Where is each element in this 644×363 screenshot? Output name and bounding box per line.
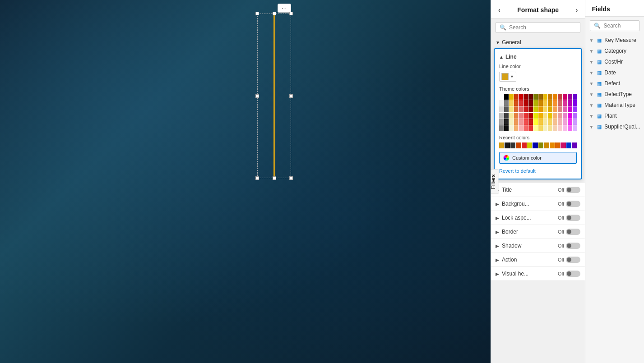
theme-color-cell[interactable]	[499, 94, 504, 100]
theme-color-cell[interactable]	[533, 106, 538, 112]
theme-color-cell[interactable]	[519, 100, 523, 106]
theme-color-cell[interactable]	[524, 113, 528, 119]
theme-color-cell[interactable]	[509, 119, 514, 125]
property-row[interactable]: ▶ Visual he... Off	[491, 267, 585, 281]
theme-color-cell[interactable]	[558, 94, 562, 100]
toggle-track[interactable]	[566, 187, 580, 193]
theme-color-cell[interactable]	[509, 106, 514, 112]
theme-color-cell[interactable]	[548, 119, 552, 125]
theme-color-cell[interactable]	[524, 94, 528, 100]
recent-color-cell[interactable]	[533, 142, 537, 148]
theme-color-cell[interactable]	[519, 94, 523, 100]
theme-color-cell[interactable]	[499, 106, 504, 112]
nav-forward-button[interactable]: ›	[575, 5, 579, 14]
theme-color-cell[interactable]	[553, 94, 557, 100]
theme-color-cell[interactable]	[558, 106, 562, 112]
theme-color-cell[interactable]	[573, 113, 577, 119]
theme-color-cell[interactable]	[514, 119, 519, 125]
property-row[interactable]: ▶ Border Off	[491, 225, 585, 239]
theme-color-cell[interactable]	[504, 125, 509, 131]
handle-bottom-right[interactable]	[289, 176, 293, 180]
theme-color-cell[interactable]	[538, 100, 543, 106]
fields-search-input[interactable]	[603, 23, 635, 29]
recent-color-cell[interactable]	[505, 142, 510, 148]
theme-color-cell[interactable]	[563, 100, 567, 106]
theme-color-cell[interactable]	[543, 106, 548, 112]
toggle-track[interactable]	[566, 229, 580, 235]
nav-back-button[interactable]: ‹	[497, 5, 501, 14]
shape-container[interactable]: ···	[257, 14, 291, 178]
fields-list-item[interactable]: ▼ ▦ MaterialType	[585, 100, 644, 110]
theme-color-cell[interactable]	[568, 113, 572, 119]
theme-color-cell[interactable]	[548, 113, 552, 119]
theme-color-cell[interactable]	[573, 106, 577, 112]
property-row[interactable]: ▶ Action Off	[491, 253, 585, 267]
toggle-track[interactable]	[566, 257, 580, 263]
property-row[interactable]: ▶ Title Off	[491, 183, 585, 197]
theme-color-cell[interactable]	[514, 94, 519, 100]
theme-color-cell[interactable]	[538, 113, 543, 119]
fields-list-item[interactable]: ▼ ▦ Cost/Hr	[585, 56, 644, 67]
theme-color-cell[interactable]	[553, 106, 557, 112]
fields-search-bar[interactable]: 🔍	[590, 20, 639, 31]
recent-color-cell[interactable]	[516, 142, 521, 148]
toggle-track[interactable]	[566, 271, 580, 277]
current-color-swatch[interactable]: ▼	[499, 72, 516, 82]
theme-color-cell[interactable]	[568, 94, 572, 100]
theme-color-cell[interactable]	[504, 100, 509, 106]
recent-color-cell[interactable]	[527, 142, 532, 148]
custom-color-button[interactable]: Custom color	[499, 152, 577, 164]
theme-color-cell[interactable]	[533, 125, 538, 131]
handle-top-middle[interactable]	[273, 12, 276, 15]
handle-top-right[interactable]	[289, 12, 293, 15]
theme-color-cell[interactable]	[538, 119, 543, 125]
recent-color-cell[interactable]	[566, 142, 571, 148]
theme-color-cell[interactable]	[524, 100, 528, 106]
theme-color-cell[interactable]	[528, 106, 533, 112]
theme-color-cell[interactable]	[533, 100, 538, 106]
theme-color-cell[interactable]	[514, 100, 519, 106]
theme-color-cell[interactable]	[528, 119, 533, 125]
fields-list-item[interactable]: ▼ ▦ DefectType	[585, 89, 644, 100]
general-section-header[interactable]: ▼ General	[491, 37, 585, 48]
handle-bottom-left[interactable]	[255, 176, 259, 180]
property-row[interactable]: ▶ Shadow Off	[491, 239, 585, 253]
recent-color-cell[interactable]	[499, 142, 504, 148]
theme-color-cell[interactable]	[558, 113, 562, 119]
theme-color-cell[interactable]	[543, 113, 548, 119]
theme-color-cell[interactable]	[504, 119, 509, 125]
theme-color-cell[interactable]	[548, 125, 552, 131]
handle-bottom-middle[interactable]	[273, 176, 276, 180]
handle-middle-left[interactable]	[255, 94, 259, 98]
recent-color-cell[interactable]	[561, 142, 565, 148]
theme-color-cell[interactable]	[553, 119, 557, 125]
fields-list-item[interactable]: ▼ ▦ Plant	[585, 110, 644, 121]
property-row[interactable]: ▶ Lock aspe... Off	[491, 211, 585, 225]
theme-color-cell[interactable]	[563, 106, 567, 112]
recent-color-cell[interactable]	[522, 142, 527, 148]
revert-default-link[interactable]: Revert to default	[499, 168, 536, 174]
theme-color-cell[interactable]	[558, 125, 562, 131]
handle-middle-right[interactable]	[289, 94, 293, 98]
theme-color-cell[interactable]	[504, 106, 509, 112]
property-row[interactable]: ▶ Backgrou... Off	[491, 197, 585, 211]
theme-color-cell[interactable]	[519, 113, 523, 119]
toggle-track[interactable]	[566, 215, 580, 221]
theme-color-cell[interactable]	[524, 106, 528, 112]
theme-color-cell[interactable]	[568, 100, 572, 106]
fields-list-item[interactable]: ▼ ▦ Date	[585, 67, 644, 78]
theme-color-cell[interactable]	[543, 100, 548, 106]
theme-color-cell[interactable]	[553, 100, 557, 106]
fields-list-item[interactable]: ▼ ▦ SupplierQual...	[585, 121, 644, 132]
fields-list-item[interactable]: ▼ ▦ Defect	[585, 78, 644, 89]
toggle-track[interactable]	[566, 243, 580, 249]
theme-color-cell[interactable]	[563, 119, 567, 125]
theme-color-cell[interactable]	[543, 119, 548, 125]
format-search-input[interactable]	[509, 24, 576, 31]
fields-list-item[interactable]: ▼ ▦ Key Measure	[585, 35, 644, 46]
theme-color-cell[interactable]	[509, 94, 514, 100]
theme-color-cell[interactable]	[563, 125, 567, 131]
recent-color-cell[interactable]	[572, 142, 577, 148]
recent-color-cell[interactable]	[510, 142, 515, 148]
recent-color-cell[interactable]	[538, 142, 543, 148]
